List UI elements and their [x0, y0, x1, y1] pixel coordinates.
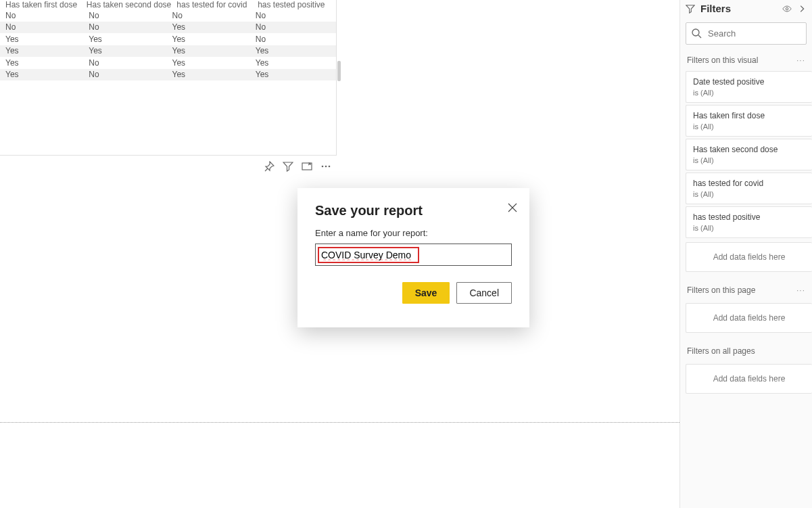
report-name-highlight [318, 247, 419, 263]
dialog-title: Save your report [315, 203, 512, 218]
report-name-field-wrap[interactable] [315, 244, 512, 266]
dialog-footer: Save Cancel [315, 282, 512, 304]
report-name-input[interactable] [321, 250, 416, 260]
close-icon[interactable] [508, 203, 517, 215]
save-button[interactable]: Save [402, 282, 450, 304]
cancel-button[interactable]: Cancel [456, 282, 512, 304]
dialog-label: Enter a name for your report: [315, 228, 512, 238]
modal-backdrop: Save your report Enter a name for your r… [0, 0, 812, 508]
save-report-dialog: Save your report Enter a name for your r… [297, 188, 529, 327]
